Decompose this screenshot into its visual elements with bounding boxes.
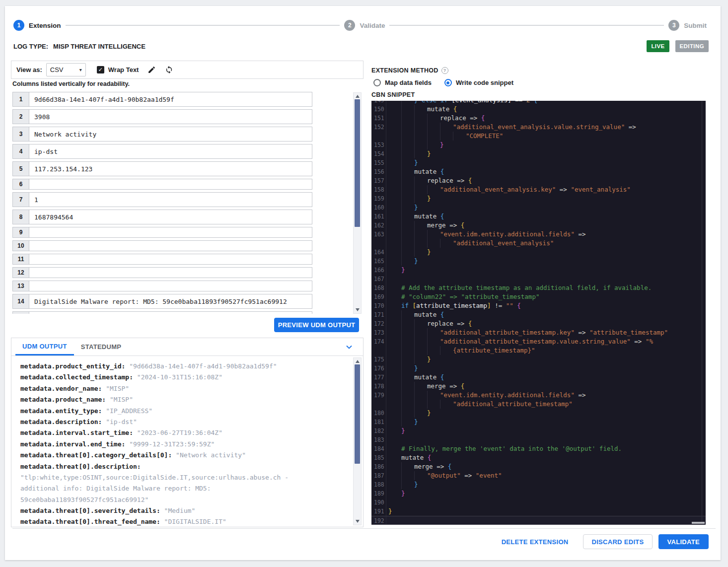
help-icon[interactable]: ? (441, 67, 448, 74)
udm-line: 59ce0baba11893f90527fc951ac69912" (20, 495, 348, 505)
extension-method-label: EXTENSION METHOD (371, 67, 438, 74)
row-number: 13 (13, 281, 29, 291)
editor-horizontal-scrollbar[interactable] (692, 522, 705, 524)
code-line: 150mutate { (371, 105, 706, 114)
code-line: 191} (371, 507, 706, 516)
code-line: 179"event.idm.entity.additional.fields" … (371, 391, 706, 400)
caret-down-icon: ▾ (79, 67, 82, 72)
table-row: 5117.253.154.123 (12, 161, 312, 176)
udm-output-content: metadata.product_entity_id: "9d66d38a-14… (20, 361, 348, 527)
row-value: 1 (29, 193, 312, 207)
radio-write-code-snippet[interactable]: Write code snippet (444, 79, 513, 86)
table-row: 23908 (12, 109, 312, 124)
refresh-icon[interactable] (165, 66, 173, 74)
code-line: 185mutate { (371, 453, 706, 462)
main-card: 1 Extension 2 Validate 3 Submit LOG TYPE… (5, 6, 721, 560)
chevron-down-icon[interactable] (344, 342, 354, 352)
row-number: 1 (13, 92, 29, 106)
tab-udm-output[interactable]: UDM OUTPUT (15, 338, 74, 355)
udm-line: metadata.collected_timestamp: "2024-10-3… (20, 372, 348, 383)
code-line: 161mutate { (371, 212, 706, 221)
row-number: 15 (13, 312, 29, 314)
view-as-select[interactable]: CSV ▾ (46, 63, 86, 76)
validate-button[interactable]: VALIDATE (658, 534, 709, 549)
scroll-up-icon[interactable] (356, 360, 360, 363)
step-connector (389, 25, 664, 26)
code-line: 165} (371, 257, 706, 266)
row-number: 7 (13, 193, 29, 207)
tab-statedump[interactable]: STATEDUMP (74, 338, 129, 355)
cbn-code-editor[interactable]: 149} else if [event_analysis] == 2 {150m… (371, 101, 706, 525)
table-row: 9 (12, 227, 312, 238)
udm-scrollbar[interactable] (353, 357, 362, 525)
udm-line: additional info: DigitalSide Malware rep… (20, 483, 348, 494)
table-row: 81687894564 (12, 210, 312, 224)
footer-actions: DELETE EXTENSION DISCARD EDITS VALIDATE (493, 534, 709, 549)
table-row: 3Network activity (12, 127, 312, 142)
preview-udm-output-button[interactable]: PREVIEW UDM OUTPUT (274, 318, 359, 332)
radio-map-data-fields[interactable]: Map data fields (373, 79, 432, 86)
scroll-up-icon[interactable] (356, 95, 360, 98)
table-row: 12 (12, 267, 312, 278)
code-line: "COMPLETE" (371, 132, 706, 141)
log-type-label: LOG TYPE: (13, 43, 48, 50)
row-number: 10 (13, 241, 29, 251)
editing-badge: EDITING (675, 40, 709, 52)
row-value: ip-dst (29, 144, 312, 158)
scroll-down-icon[interactable] (356, 308, 360, 311)
udm-line: "tlp:white,type:OSINT,source:DigitalSide… (20, 472, 348, 483)
view-as-label: View as: (16, 66, 42, 73)
row-number: 14 (13, 294, 29, 308)
table-row: 14DigitalSide Malware report: MD5: 59ce0… (12, 294, 312, 309)
row-value (29, 179, 312, 189)
row-value (29, 241, 312, 251)
radio-selected-icon[interactable] (444, 79, 452, 86)
extension-method-options: Map data fields Write code snippet (373, 79, 513, 86)
code-line: 183 (371, 435, 706, 444)
edit-icon[interactable] (147, 66, 156, 74)
table-row: 15 (12, 311, 312, 314)
code-line: 181} (371, 418, 706, 426)
code-line: 170if [attribute_timestamp] != "" { (371, 301, 706, 310)
step-connector (66, 25, 340, 26)
code-line: 189} (371, 489, 706, 498)
delete-extension-button[interactable]: DELETE EXTENSION (493, 534, 578, 549)
wrap-text-checkbox[interactable]: ✓ (97, 66, 104, 73)
code-line: 184# Finally, merge the 'event' data int… (371, 444, 706, 453)
step-2-circle[interactable]: 2 (344, 20, 355, 31)
code-line: 159} (371, 194, 706, 203)
row-number: 3 (13, 127, 29, 141)
udm-line: metadata.interval.end_time: "9999-12-31T… (20, 439, 348, 450)
code-line: 155} (371, 158, 706, 167)
row-value: 117.253.154.123 (29, 162, 312, 176)
columns-note: Columns listed vertically for readabilit… (12, 80, 130, 87)
code-line: 175} (371, 355, 706, 364)
status-badges: LIVE EDITING (647, 40, 709, 52)
row-value: DigitalSide Malware report: MD5: 59ce0ba… (29, 294, 312, 308)
table-row: 71 (12, 192, 312, 207)
editor-scroll-track[interactable] (702, 101, 702, 525)
scrollbar-thumb[interactable] (355, 364, 360, 464)
scrollbar-thumb[interactable] (355, 99, 360, 227)
code-line: 171mutate { (371, 310, 706, 319)
code-line: "additional_attribute_timestamp" (371, 400, 706, 409)
row-number: 2 (13, 110, 29, 124)
step-3-circle[interactable]: 3 (668, 20, 679, 31)
table-row: 4ip-dst (12, 144, 312, 159)
udm-line: metadata.threat[0].threat_feed_name: "DI… (20, 516, 348, 527)
code-line: 154} (371, 149, 706, 158)
code-line: 187"@output" => "event" (371, 471, 706, 480)
discard-edits-button[interactable]: DISCARD EDITS (583, 534, 652, 549)
row-number: 11 (13, 254, 29, 264)
radio-icon[interactable] (373, 79, 381, 86)
udm-line: metadata.entity_type: "IP_ADDRESS" (20, 406, 348, 417)
radio-label: Write code snippet (456, 79, 513, 86)
udm-output-panel: UDM OUTPUT STATEDUMP metadata.product_en… (11, 338, 364, 527)
csv-scrollbar[interactable] (353, 92, 362, 314)
scroll-down-icon[interactable] (356, 520, 360, 523)
udm-line: metadata.threat[0].severity_details: "Me… (20, 505, 348, 516)
step-1-circle[interactable]: 1 (13, 20, 24, 31)
row-number: 5 (13, 162, 29, 176)
view-as-value: CSV (50, 66, 64, 73)
radio-label: Map data fields (385, 79, 432, 86)
